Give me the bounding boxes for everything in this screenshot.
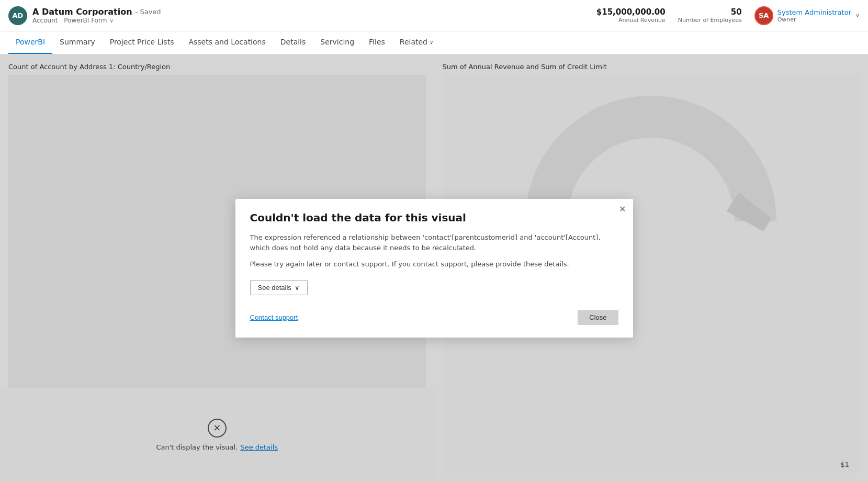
tab-powerbi[interactable]: PowerBI — [8, 31, 52, 54]
modal-overlay: ✕ Couldn't load the data for this visual… — [0, 54, 868, 482]
see-details-button[interactable]: See details ∨ — [250, 280, 308, 295]
breadcrumb: Account · PowerBI Form ∨ — [32, 17, 161, 24]
see-details-chevron-icon: ∨ — [295, 284, 300, 292]
user-block[interactable]: SA System Administrator Owner ∨ — [754, 6, 860, 25]
user-role: Owner — [777, 16, 851, 23]
navigation: PowerBI Summary Project Price Lists Asse… — [0, 31, 868, 54]
title-block: A Datum Corporation - Saved Account · Po… — [32, 7, 161, 24]
related-chevron-icon: ∨ — [430, 39, 433, 45]
tab-summary[interactable]: Summary — [52, 31, 103, 54]
annual-revenue-label: Annual Revenue — [618, 17, 666, 24]
tab-servicing[interactable]: Servicing — [313, 31, 362, 54]
breadcrumb-sep: · — [60, 17, 62, 24]
employees-label: Number of Employees — [678, 17, 742, 24]
modal-title: Couldn't load the data for this visual — [250, 211, 618, 224]
close-modal-button[interactable]: Close — [578, 310, 618, 325]
employees-value: 50 — [731, 7, 742, 17]
header-right: $15,000,000.00 Annual Revenue 50 Number … — [596, 6, 860, 25]
annual-revenue-value: $15,000,000.00 — [596, 7, 666, 17]
error-modal: ✕ Couldn't load the data for this visual… — [235, 199, 633, 338]
modal-footer: Contact support Close — [250, 310, 618, 325]
user-name: System Administrator — [777, 8, 851, 16]
avatar-sa: SA — [754, 6, 773, 25]
user-info: System Administrator Owner — [777, 8, 851, 23]
main-content: Count of Account by Address 1: Country/R… — [0, 54, 868, 482]
form-chevron-icon: ∨ — [109, 18, 113, 24]
tab-assets-and-locations[interactable]: Assets and Locations — [181, 31, 273, 54]
employees-metric: 50 Number of Employees — [678, 7, 742, 24]
avatar-ad: AD — [8, 6, 27, 25]
tab-project-price-lists[interactable]: Project Price Lists — [103, 31, 182, 54]
user-chevron-icon: ∨ — [855, 12, 860, 19]
company-name: A Datum Corporation — [32, 7, 132, 17]
header-left: AD A Datum Corporation - Saved Account ·… — [8, 6, 161, 25]
company-title: A Datum Corporation - Saved — [32, 7, 161, 17]
see-details-label: See details — [258, 284, 291, 292]
breadcrumb-form[interactable]: PowerBI Form ∨ — [64, 17, 113, 24]
modal-body-text-2: Please try again later or contact suppor… — [250, 259, 618, 270]
annual-revenue-metric: $15,000,000.00 Annual Revenue — [596, 7, 666, 24]
tab-files[interactable]: Files — [362, 31, 392, 54]
tab-related[interactable]: Related ∨ — [392, 31, 441, 54]
modal-close-button[interactable]: ✕ — [619, 205, 626, 214]
modal-body-text-1: The expression referenced a relationship… — [250, 232, 618, 253]
breadcrumb-account: Account — [32, 17, 58, 24]
saved-label: - Saved — [136, 8, 161, 16]
contact-support-button[interactable]: Contact support — [250, 313, 298, 321]
tab-details[interactable]: Details — [273, 31, 313, 54]
header: AD A Datum Corporation - Saved Account ·… — [0, 0, 868, 31]
